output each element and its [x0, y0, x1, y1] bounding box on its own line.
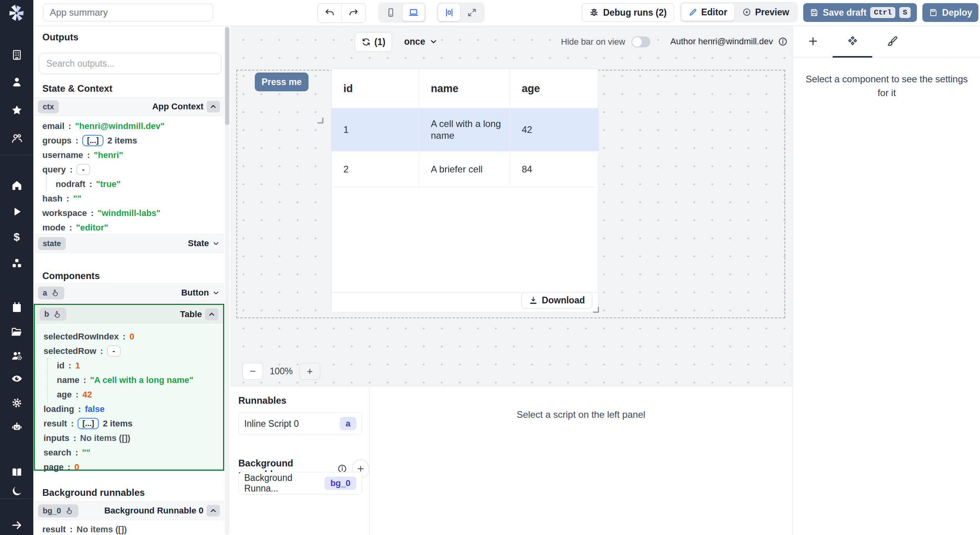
array-chip[interactable]: [...]	[78, 418, 99, 429]
table-cell: A briefer cell	[419, 151, 510, 187]
windmill-app-editor: $	[0, 0, 980, 535]
laptop-icon	[408, 7, 419, 18]
variables-dollar-icon[interactable]: $	[0, 228, 33, 247]
star-icon[interactable]	[0, 101, 33, 120]
info-icon[interactable]	[778, 36, 788, 47]
runs-play-icon[interactable]	[0, 202, 33, 221]
save-draft-button[interactable]: Save draft Ctrl S	[803, 3, 917, 22]
kv-row: selectedRow:-	[44, 344, 193, 358]
chevron-down-icon[interactable]	[212, 289, 220, 297]
chevron-down-icon[interactable]	[212, 239, 220, 247]
desktop-view-button[interactable]	[403, 4, 425, 21]
app-canvas[interactable]: (1) once Hide bar on view Author henri@w…	[230, 25, 793, 386]
chevron-up-icon[interactable]	[205, 308, 218, 320]
resize-handle[interactable]	[593, 307, 599, 313]
preview-label: Preview	[755, 7, 789, 18]
state-row[interactable]: state State	[33, 234, 225, 253]
kbd-ctrl: Ctrl	[870, 7, 895, 18]
hand-pointer-icon	[51, 288, 60, 297]
zoom-controls: − 100% +	[242, 363, 320, 380]
refresh-button[interactable]: (1)	[355, 32, 392, 52]
workspace-building-icon[interactable]	[0, 45, 33, 64]
undo-button[interactable]	[318, 4, 341, 22]
redo-button[interactable]	[341, 4, 365, 22]
users-icon[interactable]	[0, 129, 33, 148]
a-id-badge: a	[43, 288, 47, 297]
table-header-row: id name age	[332, 69, 598, 108]
component-b-row[interactable]: b Table	[35, 305, 223, 324]
chevron-up-icon[interactable]	[207, 101, 220, 112]
ctx-type-label: App Context	[152, 102, 203, 112]
tab-styling[interactable]	[872, 25, 912, 57]
workers-users-cog-icon[interactable]	[0, 346, 33, 365]
zoom-out-button[interactable]: −	[242, 363, 263, 380]
tab-add-component[interactable]	[793, 25, 833, 57]
component-a-row[interactable]: a Button	[33, 283, 225, 302]
app-summary-input[interactable]	[43, 4, 213, 22]
preview-icon	[742, 7, 751, 17]
runnables-panel: Runnables Inline Script 0 a Background r…	[230, 386, 370, 535]
topbar-actions: Debug runs (2) Editor Preview Save dra	[582, 3, 980, 22]
rail-divider	[0, 155, 33, 155]
column-header[interactable]: name	[419, 69, 510, 108]
table-row-selected[interactable]: 1 A cell with a long name 42	[332, 108, 598, 151]
debug-runs-label: Debug runs (2)	[603, 7, 666, 18]
kv-row: id:1	[47, 358, 193, 373]
left-nav-rail: $	[0, 0, 33, 535]
mobile-view-button[interactable]	[380, 4, 402, 21]
resources-boxes-icon[interactable]	[0, 254, 33, 273]
kv-row: age:42	[47, 387, 193, 402]
settings-gear-icon[interactable]	[0, 394, 33, 412]
docs-book-icon[interactable]	[0, 463, 33, 482]
deploy-label: Deploy	[942, 7, 972, 18]
column-header[interactable]: age	[510, 69, 599, 108]
outputs-scrollbar-thumb[interactable]	[225, 27, 229, 125]
download-label: Download	[542, 295, 585, 306]
collapse-arrow-right-icon[interactable]	[0, 516, 33, 535]
deploy-button[interactable]: Deploy	[922, 3, 978, 22]
search-outputs-input[interactable]	[39, 53, 221, 74]
tab-preview[interactable]: Preview	[735, 4, 796, 21]
chevron-up-icon[interactable]	[207, 505, 220, 517]
refresh-count: (1)	[374, 37, 385, 47]
save-draft-label: Save draft	[823, 7, 866, 18]
editor-preview-segment: Editor Preview	[680, 2, 798, 22]
audit-eye-icon[interactable]	[0, 369, 33, 388]
center-align-button[interactable]	[438, 4, 460, 21]
table-cell: 84	[510, 151, 599, 187]
windmill-logo-icon[interactable]	[5, 2, 27, 24]
empty-chip[interactable]: -	[76, 164, 90, 175]
resize-handle[interactable]	[318, 118, 323, 123]
tab-editor[interactable]: Editor	[681, 4, 734, 21]
column-header[interactable]: id	[332, 69, 419, 108]
ai-robot-icon[interactable]	[0, 418, 33, 437]
folders-icon[interactable]	[0, 323, 33, 341]
fullscreen-button[interactable]	[461, 4, 483, 21]
b-id-badge: b	[44, 310, 49, 319]
bg0-row[interactable]: bg_0 Background Runnable 0	[33, 501, 225, 520]
tab-component-settings[interactable]	[833, 25, 872, 57]
table-row[interactable]: 2 A briefer cell 84	[332, 151, 598, 187]
hand-pointer-icon	[65, 506, 74, 515]
hide-bar-toggle[interactable]	[632, 36, 650, 47]
debug-runs-button[interactable]: Debug runs (2)	[582, 3, 674, 22]
kbd-s: S	[899, 7, 911, 18]
download-button[interactable]: Download	[521, 292, 592, 308]
zoom-in-button[interactable]: +	[299, 363, 320, 380]
array-chip[interactable]: [...]	[82, 135, 103, 146]
home-icon[interactable]	[0, 176, 33, 195]
ctx-row[interactable]: ctx App Context	[33, 97, 225, 116]
chevron-down-icon	[429, 37, 438, 46]
empty-chip[interactable]: -	[107, 345, 121, 357]
plus-icon	[807, 35, 819, 47]
background-runnable-item[interactable]: Background Runna... bg_0	[238, 472, 362, 495]
undo-redo-group	[318, 3, 366, 23]
inline-script-item[interactable]: Inline Script 0 a	[238, 412, 362, 435]
press-me-button[interactable]: Press me	[255, 73, 309, 91]
settings-panel: Select a component to see the settings f…	[793, 25, 980, 535]
schedules-calendar-icon[interactable]	[0, 298, 33, 317]
refresh-schedule-dropdown[interactable]: once	[404, 32, 438, 51]
dark-mode-moon-icon[interactable]	[0, 482, 33, 501]
user-icon[interactable]	[0, 73, 33, 91]
kv-row: result:No items ([])	[42, 522, 127, 535]
